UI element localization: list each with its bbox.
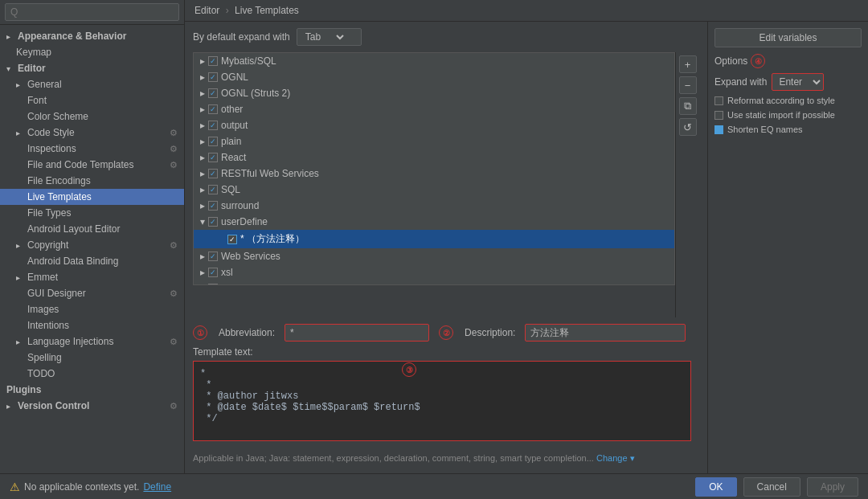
sidebar-item-appearance[interactable]: ▸ Appearance & Behavior [0,28,184,44]
sidebar-item-guidesigner[interactable]: GUI Designer ⚙ [0,285,184,301]
sidebar-item-colorscheme[interactable]: Color Scheme [0,108,184,125]
circle-num-4: ④ [751,54,765,68]
gear-icon-langinjections: ⚙ [170,337,178,347]
sidebar-item-codestyle[interactable]: ▸ Code Style ⚙ [0,125,184,141]
description-input[interactable] [525,324,686,342]
checkbox-userdefine[interactable]: ✓ [208,217,218,227]
sidebar-item-androidlayout[interactable]: Android Layout Editor [0,221,184,237]
expand-with-label: By default expand with [193,31,290,43]
arrow-icon-langinjections: ▸ [16,337,24,346]
checkbox-staticimport-box[interactable] [714,111,723,120]
tpl-group-sql-header[interactable]: ▸ ✓ SQL [194,182,674,198]
sidebar-item-general[interactable]: ▸ General [0,76,184,92]
tpl-group-surround: ▸ ✓ surround [194,198,674,214]
sidebar-item-fileencodings[interactable]: File Encodings [0,173,184,189]
checkbox-staticimport[interactable]: Use static import if possible [714,110,862,120]
ok-button[interactable]: OK [695,477,736,497]
sidebar-item-todo[interactable]: TODO [0,366,184,382]
tpl-group-output-header[interactable]: ▸ ✓ output [194,117,674,133]
search-input[interactable] [5,3,179,21]
checkbox-mybatis[interactable]: ✓ [208,56,218,66]
sidebar-item-inspections[interactable]: Inspections ⚙ [0,141,184,157]
add-button[interactable]: + [679,55,697,73]
define-link[interactable]: Define [143,481,171,493]
remove-button[interactable]: − [679,76,697,94]
tpl-group-zencss: ▸ ✓ Zen CSS [194,280,674,285]
abbreviation-input[interactable] [285,324,429,342]
gear-icon-inspections: ⚙ [170,144,178,154]
tpl-group-plain: ▸ ✓ plain [194,133,674,149]
sidebar-item-intentions[interactable]: Intentions [0,317,184,333]
gear-icon-guidesigner: ⚙ [170,288,178,299]
edit-variables-button[interactable]: Edit variables [714,28,862,47]
dialog-buttons: OK Cancel Apply [695,477,858,497]
tpl-group-webservices-header[interactable]: ▸ ✓ Web Services [194,248,674,264]
copy-button[interactable]: ⧉ [679,97,697,115]
sidebar-item-plugins[interactable]: Plugins [0,382,184,398]
tpl-group-plain-header[interactable]: ▸ ✓ plain [194,133,674,149]
tpl-group-react: ▸ ✓ React [194,149,674,166]
checkbox-reformat-box[interactable] [714,96,723,105]
template-list: ▸ ✓ Mybatis/SQL ▸ ✓ OGNL [193,52,675,285]
checkbox-shorteneq-box[interactable] [714,125,723,134]
checkbox-reformat[interactable]: Reformat according to style [714,96,862,105]
applicable-change-link[interactable]: Change ▾ [596,453,635,463]
tpl-item-fangzhu[interactable]: ✓ * （方法注释） [194,230,674,248]
arrow-icon-vc: ▸ [6,402,14,411]
sidebar-item-font[interactable]: Font [0,92,184,108]
options-section: Options ④ Expand with Enter Tab Space [714,54,862,134]
checkbox-shorteneq-label: Shorten EQ names [727,125,803,134]
apply-button[interactable]: Apply [807,477,858,497]
tpl-group-xsl-header[interactable]: ▸ ✓ xsl [194,264,674,280]
sidebar-item-filetypes[interactable]: File Types [0,205,184,221]
reset-button[interactable]: ↺ [679,118,697,136]
tpl-group-restful: ▸ ✓ RESTful Web Services [194,166,674,182]
tpl-group-ognl2-header[interactable]: ▸ ✓ OGNL (Struts 2) [194,85,674,101]
checkbox-restful[interactable]: ✓ [208,169,218,178]
options-expand-with-select[interactable]: Enter Tab Space [772,73,824,91]
sidebar-item-copyright[interactable]: ▸ Copyright ⚙ [0,237,184,253]
checkbox-other[interactable]: ✓ [208,104,218,114]
breadcrumb-sep: › [226,5,229,16]
tpl-group-other-header[interactable]: ▸ ✓ other [194,101,674,117]
tpl-group-restful-header[interactable]: ▸ ✓ RESTful Web Services [194,166,674,182]
checkbox-fangzhu[interactable]: ✓ [227,235,237,244]
checkbox-plain[interactable]: ✓ [208,137,218,146]
sidebar-item-versioncontrol[interactable]: ▸ Version Control ⚙ [0,398,184,414]
tpl-group-zencss-header[interactable]: ▸ ✓ Zen CSS [194,280,674,285]
checkbox-ognl[interactable]: ✓ [208,72,218,82]
sidebar-item-filecodetemplates[interactable]: File and Code Templates ⚙ [0,157,184,173]
checkbox-webservices[interactable]: ✓ [208,252,218,261]
search-box[interactable] [0,0,184,25]
tpl-group-ognl2: ▸ ✓ OGNL (Struts 2) [194,85,674,101]
checkbox-xsl[interactable]: ✓ [208,268,218,277]
expand-with-dropdown[interactable]: Tab Enter Space [297,28,362,46]
sidebar-item-languageinjections[interactable]: ▸ Language Injections ⚙ [0,333,184,350]
checkbox-shorteneq[interactable]: Shorten EQ names [714,125,862,134]
tpl-group-surround-header[interactable]: ▸ ✓ surround [194,198,674,214]
sidebar-item-spelling[interactable]: Spelling [0,350,184,366]
template-text-row: Template text: ③ * * * @author jitwxs * … [193,346,699,444]
sidebar-item-keymap[interactable]: Keymap [0,44,184,60]
template-text-area[interactable]: * * * @author jitwxs * @date $date$ $tim… [193,361,691,441]
sidebar-item-livetemplates[interactable]: Live Templates [0,189,184,205]
tpl-group-ognl-header[interactable]: ▸ ✓ OGNL [194,69,674,85]
tpl-group-other: ▸ ✓ other [194,101,674,117]
tpl-group-mybatis-header[interactable]: ▸ ✓ Mybatis/SQL [194,53,674,69]
checkbox-zencss[interactable]: ✓ [208,284,218,285]
tpl-group-userdefine-header[interactable]: ▾ ✓ userDefine [194,214,674,230]
expand-with-select[interactable]: Tab Enter Space [302,31,346,43]
sidebar-item-images[interactable]: Images [0,301,184,317]
checkbox-surround[interactable]: ✓ [208,201,218,211]
checkbox-sql[interactable]: ✓ [208,185,218,194]
sidebar-item-emmet[interactable]: ▸ Emmet [0,269,184,285]
sidebar-item-androiddatabinding[interactable]: Android Data Binding [0,253,184,269]
checkbox-ognl2[interactable]: ✓ [208,88,218,98]
sidebar-item-editor[interactable]: ▾ Editor [0,60,184,76]
checkbox-react[interactable]: ✓ [208,153,218,162]
checkbox-reformat-label: Reformat according to style [727,96,835,105]
tpl-group-react-header[interactable]: ▸ ✓ React [194,149,674,166]
nav-tree: ▸ Appearance & Behavior Keymap ▾ Editor … [0,25,184,473]
checkbox-output[interactable]: ✓ [208,121,218,130]
cancel-button[interactable]: Cancel [743,477,800,497]
